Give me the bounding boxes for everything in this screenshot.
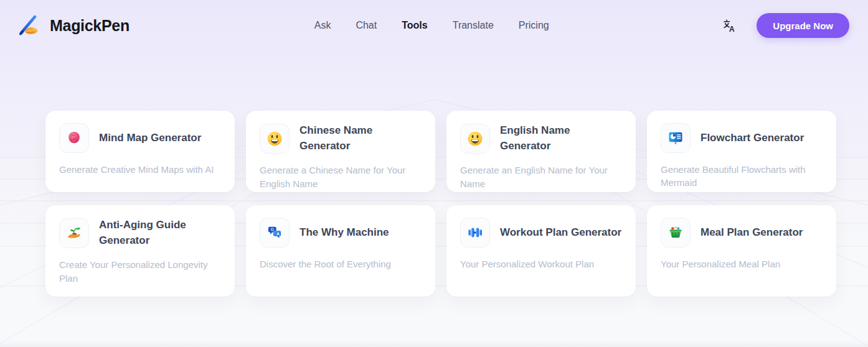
nav-item-chat[interactable]: Chat	[356, 20, 377, 31]
sprout-in-hand-icon	[59, 218, 89, 248]
card-flowchart-generator[interactable]: Flowchart Generator Generate Beautiful F…	[647, 111, 836, 192]
brain-icon	[59, 123, 89, 153]
card-description: Your Personalized Meal Plan	[661, 257, 823, 271]
tools-card-grid: Mind Map Generator Generate Creative Min…	[45, 111, 836, 297]
card-meal-plan-generator[interactable]: Meal Plan Generator Your Personalized Me…	[647, 205, 836, 297]
card-the-why-machine[interactable]: The Why Machine Discover the Root of Eve…	[246, 205, 435, 297]
card-description: Your Personalized Workout Plan	[460, 257, 622, 271]
card-title: Flowchart Generator	[701, 131, 804, 146]
card-title: Anti-Aging Guide Generator	[99, 218, 221, 248]
card-title: Workout Plan Generator	[500, 225, 621, 241]
card-workout-plan-generator[interactable]: Workout Plan Generator Your Personalized…	[446, 205, 636, 297]
svg-text:A: A	[729, 25, 735, 33]
nav-item-ask[interactable]: Ask	[314, 20, 331, 31]
card-title: Chinese Name Generator	[300, 123, 422, 154]
card-description: Generate a Chinese Name for Your English…	[260, 164, 422, 190]
presentation-chart-icon	[661, 123, 691, 153]
card-description: Discover the Root of Everything	[260, 257, 422, 271]
card-chinese-name-generator[interactable]: Chinese Name Generator Generate a Chines…	[246, 111, 435, 192]
grocery-basket-icon	[661, 218, 691, 248]
writing-hand-icon	[19, 13, 44, 38]
card-description: Generate an English Name for Your Name	[460, 164, 622, 190]
card-title: Mind Map Generator	[99, 131, 201, 146]
header-right-controls: A Upgrade Now	[722, 13, 849, 38]
card-title: Meal Plan Generator	[701, 225, 803, 241]
card-description: Generate Beautiful Flowcharts with Merma…	[661, 163, 823, 190]
translate-icon[interactable]: A	[722, 19, 737, 33]
card-title: The Why Machine	[300, 225, 389, 241]
card-anti-aging-guide-generator[interactable]: Anti-Aging Guide Generator Create Your P…	[45, 205, 235, 297]
dumbbell-icon	[460, 218, 490, 248]
card-description: Create Your Personalized Longevity Plan	[59, 258, 221, 285]
nav-item-tools[interactable]: Tools	[402, 20, 427, 31]
speech-bubbles-icon	[260, 218, 290, 248]
card-description: Generate Creative Mind Maps with AI	[59, 163, 221, 176]
upgrade-now-button[interactable]: Upgrade Now	[757, 13, 849, 38]
nav-item-pricing[interactable]: Pricing	[519, 20, 549, 31]
card-title: English Name Generator	[500, 123, 622, 154]
top-navigation-bar: MagickPen Ask Chat Tools Translate Prici…	[0, 0, 868, 51]
nav-item-translate[interactable]: Translate	[453, 20, 494, 31]
card-english-name-generator[interactable]: English Name Generator Generate an Engli…	[446, 111, 636, 192]
brand-name: MagickPen	[50, 17, 130, 35]
main-nav: Ask Chat Tools Translate Pricing	[314, 0, 549, 51]
grinning-face-icon	[260, 124, 290, 154]
card-mind-map-generator[interactable]: Mind Map Generator Generate Creative Min…	[45, 111, 235, 192]
grinning-face-icon	[460, 124, 490, 154]
brand-logo[interactable]: MagickPen	[19, 13, 130, 38]
